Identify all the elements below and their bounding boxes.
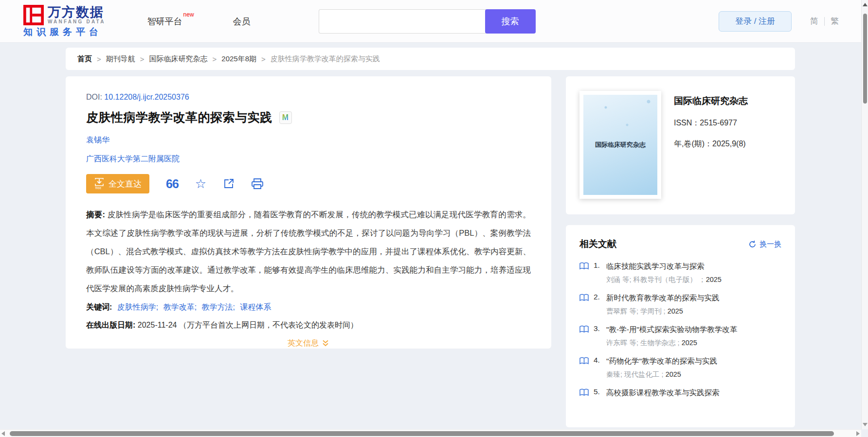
book-icon [579, 325, 589, 333]
brand-name-en: WANFANG DATA [48, 19, 106, 25]
vertical-scrollbar[interactable] [861, 0, 868, 429]
keyword-link[interactable]: 课程体系 [240, 303, 271, 311]
svg-text:free: free [95, 186, 101, 190]
book-icon [579, 262, 589, 270]
related-item-title[interactable]: 高校摄影课程教学改革与实践探索 [606, 387, 720, 398]
free-download-icon: free [94, 178, 105, 190]
publish-date-label: 在线出版日期: [86, 321, 135, 329]
lang-traditional[interactable]: 繁 [831, 16, 839, 27]
publish-date-note: （万方平台首次上网日期，不代表论文的发表时间） [179, 321, 358, 329]
article-card: DOI: 10.12208/j.ijcr.20250376 皮肤性病学教学改革的… [66, 76, 551, 349]
book-icon [579, 357, 589, 365]
brand-tagline: 知识服务平台 [23, 27, 106, 37]
favorite-star-icon[interactable]: ☆ [195, 178, 206, 190]
new-badge: new [183, 11, 194, 18]
scroll-right-arrow[interactable] [856, 431, 860, 436]
nav-item-member[interactable]: 会员 [233, 16, 251, 27]
breadcrumb-home[interactable]: 首页 [77, 54, 92, 64]
related-item-title[interactable]: 临床技能实践学习改革与探索 [606, 261, 705, 271]
keywords-label: 关键词: [86, 303, 112, 311]
keywords-line: 关键词: 皮肤性病学; 教学改革; 教学方法; 课程体系 [86, 302, 531, 313]
related-item-title[interactable]: 新时代教育教学改革的探索与实践 [606, 293, 720, 303]
related-list: 1. 临床技能实践学习改革与探索 刘涵 等; 科教导刊（电子版） ；2025 2… [579, 261, 781, 398]
related-item: 2. 新时代教育教学改革的探索与实践 曹翠辉 等; 学周刊 ; 2025 [579, 293, 781, 316]
journal-card: 国际临床研究杂志 国际临床研究杂志 ISSN：2515-6977 年,卷(期)：… [566, 76, 795, 214]
publish-date-line: 在线出版日期: 2025-11-24 （万方平台首次上网日期，不代表论文的发表时… [86, 320, 531, 331]
journal-cover[interactable]: 国际临床研究杂志 [579, 91, 661, 199]
wanfang-logo[interactable]: 万方数据 WANFANG DATA 知识服务平台 [23, 5, 106, 37]
share-icon[interactable] [223, 178, 235, 190]
metrics-badge[interactable]: M [279, 111, 292, 124]
lang-divider [824, 17, 825, 26]
author-line: 袁锡华 [86, 135, 531, 145]
horizontal-scrollbar-thumb[interactable] [10, 431, 834, 436]
breadcrumb-issue[interactable]: 2025年8期 [221, 54, 256, 64]
wanfang-logo-icon [23, 5, 44, 25]
citation-icon[interactable]: 66 [166, 179, 179, 189]
brand-name-cn: 万方数据 [48, 5, 106, 19]
related-literature-card: 相关文献 换一换 1. 临床技能实践学习改革与探索 刘涵 等; 科教导刊（电子 [566, 225, 795, 427]
breadcrumb: 首页 > 期刊导航 > 国际临床研究杂志 > 2025年8期 > 皮肤性病学教学… [66, 48, 795, 70]
header-right: 登录 / 注册 简 繁 [719, 11, 839, 32]
related-item: 1. 临床技能实践学习改革与探索 刘涵 等; 科教导刊（电子版） ；2025 [579, 261, 781, 284]
content-container: 首页 > 期刊导航 > 国际临床研究杂志 > 2025年8期 > 皮肤性病学教学… [66, 48, 795, 427]
abstract-label: 摘要: [86, 210, 105, 219]
journal-cover-title: 国际临床研究杂志 [595, 140, 646, 149]
search-bar: 搜索 [319, 9, 536, 34]
breadcrumb-journal-nav[interactable]: 期刊导航 [106, 54, 135, 64]
journal-issn: ISSN：2515-6977 [674, 118, 748, 128]
author-link[interactable]: 袁锡华 [86, 136, 109, 144]
main-nav: 智研平台new 会员 [147, 16, 251, 27]
doi-line: DOI: 10.12208/j.ijcr.20250376 [86, 93, 531, 102]
book-icon [579, 388, 589, 397]
breadcrumb-current: 皮肤性病学教学改革的探索与实践 [271, 54, 380, 64]
keyword-link[interactable]: 教学方法; [202, 303, 235, 311]
article-toolbar: free 全文直达 66 ☆ [86, 174, 531, 193]
journal-name-link[interactable]: 国际临床研究杂志 [674, 95, 748, 107]
refresh-icon [748, 240, 757, 248]
related-title: 相关文献 [579, 238, 616, 250]
publish-date-value: 2025-11-24 [138, 321, 177, 329]
english-info-toggle[interactable]: 英文信息 [86, 338, 531, 349]
keyword-link[interactable]: 皮肤性病学; [117, 303, 158, 311]
refresh-related-button[interactable]: 换一换 [748, 240, 781, 249]
language-toggle: 简 繁 [810, 16, 839, 27]
doi-link[interactable]: 10.12208/j.ijcr.20250376 [104, 93, 189, 101]
lang-simplified[interactable]: 简 [810, 16, 818, 27]
related-item: 5. 高校摄影课程教学改革与实践探索 [579, 387, 781, 398]
abstract: 摘要: 皮肤性病学是临床医学的重要组成部分，随着医学教育的不断发展，传统的教学模… [86, 205, 531, 297]
fulltext-button[interactable]: free 全文直达 [86, 174, 149, 193]
article-title: 皮肤性病学教学改革的探索与实践 [86, 109, 272, 125]
scroll-down-arrow[interactable] [863, 423, 868, 426]
scroll-left-arrow[interactable] [1, 431, 5, 436]
side-column: 国际临床研究杂志 国际临床研究杂志 ISSN：2515-6977 年,卷(期)：… [566, 76, 795, 427]
journal-volume: 年,卷(期)：2025,9(8) [674, 139, 748, 149]
login-register-button[interactable]: 登录 / 注册 [719, 11, 792, 32]
keyword-link[interactable]: 教学改革; [163, 303, 197, 311]
double-chevron-down-icon [322, 339, 329, 347]
search-input[interactable] [319, 9, 486, 34]
related-item: 3. "教-学-用"模式探索实验动物学教学改革 许东晖 等; 生物学杂志 ; 2… [579, 324, 781, 348]
breadcrumb-journal[interactable]: 国际临床研究杂志 [149, 54, 208, 64]
vertical-scrollbar-thumb[interactable] [863, 14, 867, 104]
horizontal-scrollbar[interactable] [0, 429, 861, 437]
nav-item-zhiyan[interactable]: 智研平台new [147, 16, 193, 27]
affiliation-line: 广西医科大学第二附属医院 [86, 154, 531, 164]
print-icon[interactable] [251, 178, 264, 190]
book-icon [579, 294, 589, 302]
affiliation-link[interactable]: 广西医科大学第二附属医院 [86, 155, 180, 163]
related-item-title[interactable]: "教-学-用"模式探索实验动物学教学改革 [606, 324, 737, 334]
related-item-title[interactable]: "药物化学"教学改革的探索与实践 [606, 356, 717, 366]
related-item: 4. "药物化学"教学改革的探索与实践 秦臻; 现代盐化工 ; 2025 [579, 356, 781, 379]
search-button[interactable]: 搜索 [485, 9, 536, 34]
header: 万方数据 WANFANG DATA 知识服务平台 智研平台new 会员 搜索 登… [0, 0, 868, 43]
scroll-up-arrow[interactable] [863, 3, 868, 6]
